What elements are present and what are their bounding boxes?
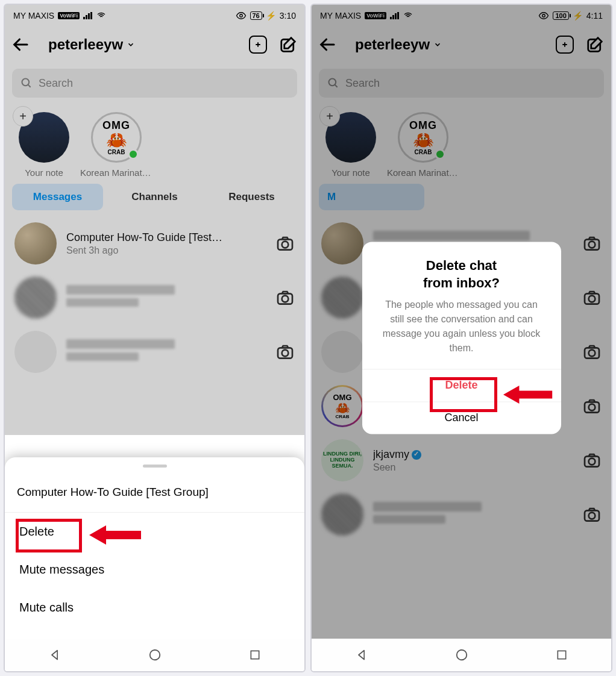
nav-recents-icon[interactable]	[556, 649, 568, 661]
android-navbar	[312, 639, 611, 671]
nav-home-icon[interactable]	[148, 648, 162, 662]
android-navbar	[5, 639, 304, 671]
chat-options-sheet: Computer How-To Guide [Test Group] Delet…	[5, 457, 304, 639]
nav-back-icon[interactable]	[356, 649, 368, 661]
nav-recents-icon[interactable]	[249, 649, 261, 661]
dialog-title: Delete chat from inbox?	[362, 242, 561, 298]
dialog-cancel-button[interactable]: Cancel	[362, 402, 561, 434]
nav-back-icon[interactable]	[49, 649, 61, 661]
dialog-delete-button[interactable]: Delete	[362, 369, 561, 402]
nav-home-icon[interactable]	[455, 648, 468, 662]
backdrop-overlay[interactable]	[5, 5, 304, 435]
svg-rect-29	[558, 651, 565, 659]
svg-rect-11	[251, 651, 259, 659]
svg-point-10	[149, 650, 160, 660]
option-delete[interactable]: Delete	[5, 513, 304, 551]
sheet-handle[interactable]	[143, 465, 167, 468]
phone-right: MY MAXIS VoWiFi 100 ⚡ 4:11 peterleeyw	[310, 4, 612, 672]
svg-point-28	[456, 650, 467, 660]
delete-chat-dialog: Delete chat from inbox? The people who m…	[362, 242, 561, 434]
phone-left: MY MAXIS VoWiFi 76 ⚡ 3:10 peterleeyw	[4, 4, 306, 672]
sheet-title: Computer How-To Guide [Test Group]	[5, 480, 304, 513]
option-mute-calls[interactable]: Mute calls	[5, 589, 304, 627]
dialog-body: The people who messaged you can still se…	[362, 298, 561, 369]
option-mute-messages[interactable]: Mute messages	[5, 551, 304, 589]
